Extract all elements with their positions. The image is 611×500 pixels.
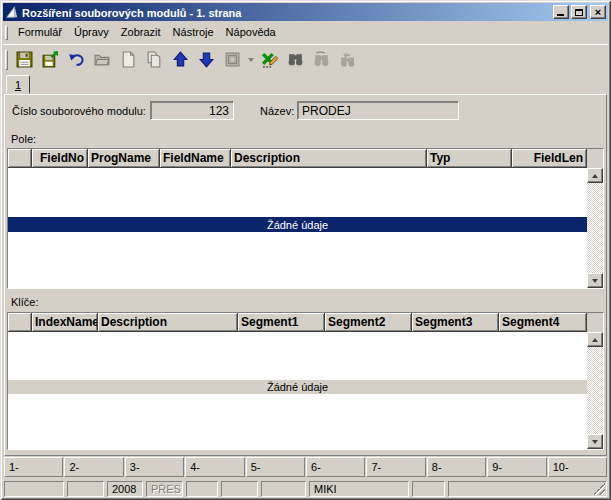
status-panel-2 <box>67 481 104 497</box>
title-bar: Rozšíření souborových modulů - 1. strana… <box>3 3 608 21</box>
move-down-icon <box>198 51 215 68</box>
fields-empty-row[interactable]: Žádné údaje <box>8 217 587 232</box>
keys-col-description[interactable]: Description <box>98 313 238 332</box>
status-panel-1 <box>4 481 64 497</box>
save-button[interactable] <box>12 48 36 72</box>
keys-col-segment3[interactable]: Segment3 <box>412 313 499 332</box>
menu-zobrazit[interactable]: Zobrazit <box>115 24 167 41</box>
new-button[interactable] <box>116 48 140 72</box>
fields-col-fieldname[interactable]: FieldName <box>160 149 231 168</box>
function-key-bar: 1- 2- 3- 4- 5- 6- 7- 8- 9- 10- <box>3 457 608 477</box>
fkey-4-button[interactable]: 4- <box>185 457 244 477</box>
keys-grid-scrollbar[interactable] <box>587 332 603 449</box>
name-field[interactable]: PRODEJ <box>297 101 459 120</box>
scroll-down-button[interactable] <box>587 273 603 288</box>
move-down-button[interactable] <box>194 48 218 72</box>
status-panel-user: MIKI <box>309 481 409 497</box>
find-next-button[interactable] <box>309 48 333 72</box>
fields-col-description[interactable]: Description <box>231 149 427 168</box>
keys-col-segment1[interactable]: Segment1 <box>238 313 325 332</box>
fields-col-selector[interactable] <box>8 149 32 168</box>
fields-col-progname[interactable]: ProgName <box>88 149 160 168</box>
resize-grip[interactable] <box>593 483 605 495</box>
edit-button[interactable] <box>257 48 281 72</box>
fkey-2-button[interactable]: 2- <box>64 457 123 477</box>
minimize-icon <box>557 14 564 16</box>
fields-grid-header: FieldNo ProgName FieldName Description T… <box>8 149 603 168</box>
keys-empty-row[interactable]: Žádné údaje <box>8 380 587 394</box>
copy-button[interactable] <box>142 48 166 72</box>
fields-col-fieldlen[interactable]: FieldLen <box>512 149 587 168</box>
window-title: Rozšíření souborových modulů - 1. strana <box>22 6 551 19</box>
undo-button[interactable] <box>64 48 88 72</box>
menu-upravy[interactable]: Úpravy <box>68 24 115 41</box>
preview-dropdown-button[interactable] <box>246 48 255 72</box>
menu-bar: Formulář Úpravy Zobrazit Nástroje Nápově… <box>3 22 608 43</box>
keys-section-label: Klíče: <box>11 296 39 308</box>
scroll-up-button[interactable] <box>587 168 603 183</box>
menu-napoveda[interactable]: Nápověda <box>220 24 282 41</box>
status-panel-9 <box>412 481 445 497</box>
name-label: Název: <box>260 105 294 117</box>
status-panel-10 <box>448 481 607 497</box>
keys-col-indexname[interactable]: IndexName <box>32 313 98 332</box>
arrow-down-icon <box>592 279 598 283</box>
module-number-field[interactable]: 123 <box>150 101 234 120</box>
arrow-up-icon <box>592 338 598 342</box>
preview-button[interactable] <box>220 48 244 72</box>
new-document-icon <box>120 51 137 68</box>
open-folder-icon <box>94 51 111 68</box>
minimize-button[interactable] <box>553 5 569 19</box>
move-up-icon <box>172 51 189 68</box>
find-binoculars-icon <box>287 51 304 68</box>
fields-col-fieldno[interactable]: FieldNo <box>32 149 88 168</box>
toolbar-grip[interactable] <box>5 50 8 70</box>
scroll-down-button[interactable] <box>587 434 603 449</box>
scroll-up-button[interactable] <box>587 332 603 347</box>
fields-grid-scrollbar[interactable] <box>587 168 603 288</box>
status-panel-6 <box>221 481 258 497</box>
preview-icon <box>224 51 241 68</box>
menu-formular[interactable]: Formulář <box>12 24 68 41</box>
find-next-icon <box>313 51 330 68</box>
fkey-8-button[interactable]: 8- <box>427 457 486 477</box>
fkey-10-button[interactable]: 10- <box>548 457 607 477</box>
fkey-3-button[interactable]: 3- <box>125 457 184 477</box>
fkey-7-button[interactable]: 7- <box>366 457 425 477</box>
close-button[interactable]: × <box>590 5 606 19</box>
open-button[interactable] <box>90 48 114 72</box>
maximize-button[interactable] <box>571 5 587 19</box>
fields-col-typ[interactable]: Typ <box>427 149 512 168</box>
keys-col-segment4[interactable]: Segment4 <box>499 313 587 332</box>
move-up-button[interactable] <box>168 48 192 72</box>
find-prev-button[interactable] <box>335 48 359 72</box>
fkey-6-button[interactable]: 6- <box>306 457 365 477</box>
edit-icon <box>261 51 278 68</box>
menu-grip[interactable] <box>5 26 8 40</box>
save-export-button[interactable] <box>38 48 62 72</box>
application-window: Rozšíření souborových modulů - 1. strana… <box>0 0 611 500</box>
keys-col-segment2[interactable]: Segment2 <box>325 313 412 332</box>
save-export-icon <box>42 51 59 68</box>
fields-grid: FieldNo ProgName FieldName Description T… <box>7 148 604 289</box>
status-panel-pres: PŘES <box>146 481 183 497</box>
keys-grid: IndexName Description Segment1 Segment2 … <box>7 312 604 450</box>
arrow-down-icon <box>592 440 598 444</box>
arrow-up-icon <box>592 174 598 178</box>
toolbar <box>3 44 608 74</box>
status-panel-7 <box>261 481 306 497</box>
app-icon <box>5 5 19 19</box>
fkey-9-button[interactable]: 9- <box>487 457 546 477</box>
keys-grid-header: IndexName Description Segment1 Segment2 … <box>8 313 603 332</box>
copy-icon <box>146 51 163 68</box>
undo-icon <box>68 51 85 68</box>
menu-nastroje[interactable]: Nástroje <box>167 24 220 41</box>
tab-strip: 1 <box>4 74 607 94</box>
fkey-5-button[interactable]: 5- <box>246 457 305 477</box>
fields-section-label: Pole: <box>11 133 36 145</box>
find-button[interactable] <box>283 48 307 72</box>
fkey-1-button[interactable]: 1- <box>4 457 63 477</box>
tab-page-1[interactable]: 1 <box>6 75 30 94</box>
keys-col-selector[interactable] <box>8 313 32 332</box>
chevron-down-icon <box>248 58 254 62</box>
